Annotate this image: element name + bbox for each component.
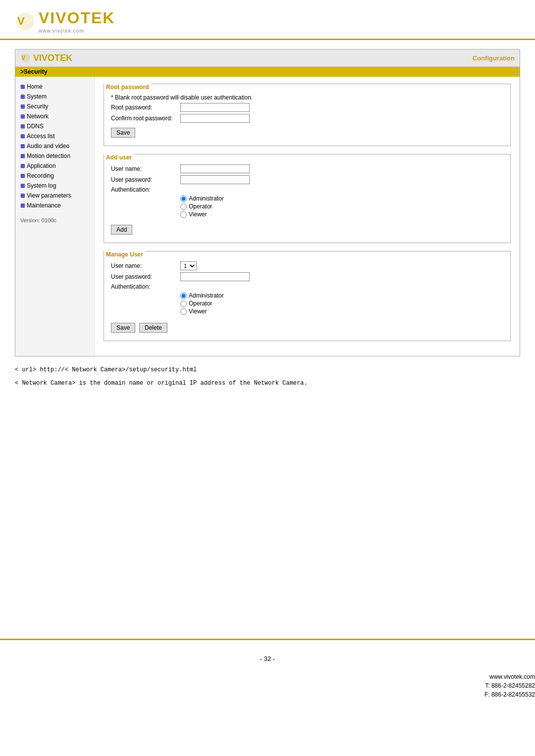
sidebar-item-ddns[interactable]: ⊞ DDNS [15, 121, 94, 131]
sidebar-item-syslog[interactable]: ⊞ System log [15, 181, 94, 191]
breadcrumb-text: >Security [20, 68, 47, 75]
sidebar-item-application[interactable]: ⊞ Application [15, 161, 94, 171]
sidebar-item-recording[interactable]: ⊞ Recording [15, 171, 94, 181]
manage-password-input[interactable] [180, 272, 250, 281]
sidebar-item-home[interactable]: ⊞ Home [15, 82, 94, 92]
manage-username-select[interactable]: 1 [180, 261, 197, 270]
manage-auth-viewer-row: Viewer [180, 308, 503, 315]
manage-auth-viewer-label: Viewer [189, 308, 207, 315]
root-password-row: Root password: [111, 103, 503, 112]
sidebar-label-access: Access list [27, 133, 55, 140]
footer-website: www.vivotek.com [0, 672, 535, 681]
browser-logo: V VIVOTEK [20, 52, 72, 63]
manage-save-button[interactable]: Save [111, 323, 135, 333]
add-auth-viewer-label: Viewer [189, 211, 207, 218]
add-auth-admin-radio[interactable] [180, 196, 187, 202]
root-password-input[interactable] [180, 103, 250, 112]
root-password-label: Root password: [111, 104, 180, 111]
sidebar-plus-system: ⊞ [20, 94, 25, 100]
sidebar-plus-syslog: ⊞ [20, 183, 25, 189]
confirm-password-input[interactable] [180, 114, 250, 123]
sidebar-item-motion[interactable]: ⊞ Motion detection [15, 151, 94, 161]
sidebar-plus-network: ⊞ [20, 113, 25, 120]
add-user-title: Add user [104, 154, 134, 161]
add-username-input[interactable] [180, 164, 250, 173]
sidebar-label-system: System [27, 93, 47, 100]
manage-auth-admin-row: Administrator [180, 292, 503, 299]
root-save-button[interactable]: Save [111, 128, 135, 138]
manage-auth-admin-label: Administrator [189, 292, 224, 299]
page-number: - 32 - [0, 640, 535, 667]
sidebar-item-view-params[interactable]: ⊞ View parameters [15, 191, 94, 201]
sidebar-label-network: Network [27, 113, 49, 120]
root-password-content: * Blank root password will disable user … [111, 94, 503, 141]
add-password-label: User password: [111, 176, 180, 183]
sidebar: ⊞ Home ⊞ System ⊞ Security ⊞ Network ⊞ [15, 77, 95, 356]
add-auth-viewer-radio[interactable] [180, 211, 187, 218]
manage-user-radio-group: Administrator Operator Viewer [180, 292, 503, 315]
add-auth-operator-radio[interactable] [180, 203, 187, 210]
sidebar-label-syslog: System log [27, 182, 56, 189]
sidebar-plus-view: ⊞ [20, 193, 25, 199]
sidebar-item-maintenance[interactable]: ⊞ Maintenance [15, 201, 94, 210]
root-password-section: Root password * Blank root password will… [104, 84, 511, 146]
sidebar-plus-audio: ⊞ [20, 143, 25, 150]
spacer [0, 392, 535, 630]
add-auth-admin-label: Administrator [189, 195, 224, 202]
add-user-content: User name: User password: Authentication… [111, 164, 503, 238]
url-line: < url> http://< Network Camera>/setup/se… [15, 365, 520, 375]
add-auth-viewer-row: Viewer [180, 211, 503, 218]
manage-user-title: Manage User [104, 251, 145, 258]
sidebar-label-ddns: DDNS [27, 123, 44, 130]
sidebar-label-view: View parameters [27, 192, 71, 199]
sidebar-label-maintenance: Maintenance [27, 202, 61, 209]
manage-auth-operator-label: Operator [189, 300, 212, 307]
add-auth-row: Authentication: [111, 186, 503, 193]
logo-text: VIVOTEK [39, 9, 115, 27]
manage-auth-operator-radio[interactable] [180, 301, 187, 307]
manage-password-row: User password: [111, 272, 503, 281]
breadcrumb-bar: >Security [15, 67, 520, 77]
browser-logo-icon: V [20, 52, 31, 63]
manage-auth-viewer-radio[interactable] [180, 308, 187, 315]
logo-sub: www.vivotek.com [39, 28, 115, 34]
top-header: V VIVOTEK www.vivotek.com [0, 0, 535, 39]
sidebar-item-access-list[interactable]: ⊞ Access list [15, 131, 94, 141]
manage-auth-row: Authentication: [111, 283, 503, 290]
browser-topbar: V VIVOTEK Configuration [15, 50, 520, 67]
vivotek-logo-icon: V [15, 11, 36, 32]
config-label: Configuration [473, 54, 515, 62]
content-layout: ⊞ Home ⊞ System ⊞ Security ⊞ Network ⊞ [15, 77, 520, 356]
root-password-title: Root password [104, 84, 151, 91]
sidebar-plus-motion: ⊞ [20, 153, 25, 159]
sidebar-label-home: Home [27, 83, 43, 90]
sidebar-item-audio-video[interactable]: ⊞ Audio and video [15, 141, 94, 151]
sidebar-item-system[interactable]: ⊞ System [15, 92, 94, 101]
manage-auth-admin-radio[interactable] [180, 293, 187, 299]
sidebar-plus-home: ⊞ [20, 84, 25, 90]
footer-contact: www.vivotek.com T: 886-2-82455282 F: 886… [0, 667, 535, 709]
sidebar-label-motion: Motion detection [27, 152, 70, 159]
top-divider [0, 39, 535, 40]
note-line: < Network Camera> is the domain name or … [15, 379, 520, 388]
confirm-password-row: Confirm root password: [111, 114, 503, 123]
sidebar-item-network[interactable]: ⊞ Network [15, 111, 94, 121]
manage-delete-button[interactable]: Delete [139, 323, 167, 333]
browser-window: V VIVOTEK Configuration >Security ⊞ Home… [15, 49, 520, 356]
sidebar-item-security[interactable]: ⊞ Security [15, 101, 94, 111]
manage-auth-label: Authentication: [111, 283, 180, 290]
footer-fax: F: 886-2-82455532 [0, 690, 535, 699]
add-user-button[interactable]: Add [111, 225, 132, 235]
sidebar-plus-access: ⊞ [20, 133, 25, 140]
logo-area: V VIVOTEK www.vivotek.com [15, 9, 520, 34]
sidebar-label-audio: Audio and video [27, 143, 69, 150]
sidebar-version: Version: 0100c [15, 213, 94, 225]
sidebar-plus-app: ⊞ [20, 163, 25, 169]
sidebar-label-recording: Recording [27, 172, 54, 179]
add-password-input[interactable] [180, 175, 250, 184]
confirm-password-label: Confirm root password: [111, 115, 180, 122]
add-auth-operator-label: Operator [189, 203, 212, 210]
footer-phone: T: 886-2-82455282 [0, 681, 535, 690]
root-password-info: * Blank root password will disable user … [111, 94, 503, 101]
svg-text:V: V [17, 15, 25, 27]
